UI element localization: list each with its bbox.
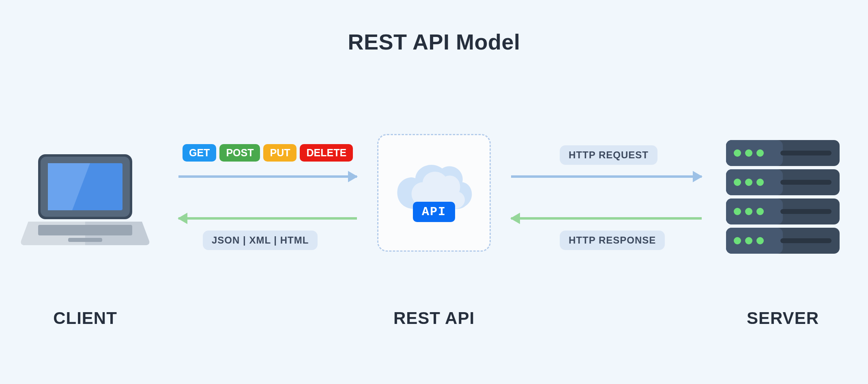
svg-point-16 — [756, 149, 764, 157]
http-method-delete: DELETE — [300, 144, 353, 162]
svg-point-18 — [745, 179, 752, 186]
response-formats-label: JSON | XML | HTML — [203, 231, 318, 250]
server-caption: SERVER — [714, 308, 852, 328]
http-methods-row: GETPOSTPUTDELETE — [183, 144, 353, 162]
svg-rect-4 — [38, 225, 132, 235]
http-method-get: GET — [183, 144, 216, 162]
svg-rect-27 — [780, 180, 831, 185]
svg-point-19 — [756, 179, 764, 186]
svg-point-14 — [734, 149, 741, 157]
svg-point-20 — [734, 208, 741, 215]
svg-point-17 — [734, 179, 741, 186]
server-rack-icon — [726, 140, 840, 258]
request-arrow-api-to-server — [511, 175, 702, 178]
client-caption: CLIENT — [16, 308, 154, 328]
http-method-put: PUT — [263, 144, 296, 162]
svg-rect-28 — [780, 209, 831, 214]
svg-point-15 — [745, 149, 752, 157]
diagram-title: REST API Model — [0, 29, 868, 54]
svg-rect-29 — [780, 238, 831, 243]
svg-point-21 — [745, 208, 752, 215]
response-arrow-server-to-api — [511, 217, 702, 220]
svg-point-24 — [745, 237, 752, 244]
rest-api-box: API — [377, 134, 491, 252]
api-tag: API — [413, 202, 455, 222]
response-arrow-api-to-client — [178, 217, 357, 220]
svg-rect-5 — [68, 238, 102, 242]
cloud-icon: API — [393, 160, 475, 225]
svg-rect-26 — [780, 151, 831, 155]
http-response-label: HTTP RESPONSE — [560, 231, 665, 250]
api-caption: REST API — [365, 308, 503, 328]
svg-point-22 — [756, 208, 764, 215]
http-method-post: POST — [219, 144, 260, 162]
client-laptop-icon — [20, 150, 150, 256]
http-request-label: HTTP REQUEST — [560, 145, 657, 165]
svg-point-25 — [756, 237, 764, 244]
svg-point-23 — [734, 237, 741, 244]
request-arrow-client-to-api — [178, 175, 357, 178]
